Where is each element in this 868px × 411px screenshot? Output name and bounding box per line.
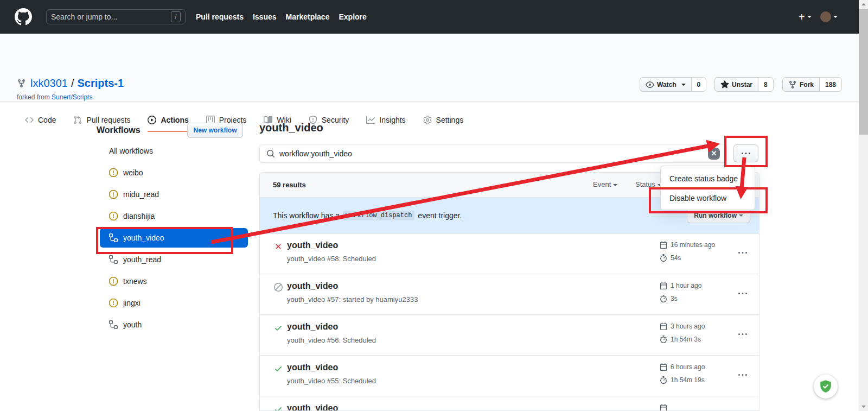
clear-search-icon[interactable]: ✕	[708, 148, 720, 160]
chevron-down-icon	[807, 16, 812, 18]
calendar-icon	[660, 241, 667, 249]
gear-icon	[423, 116, 432, 124]
run-row[interactable]: youth_video youth_video #56: Scheduled 3…	[260, 315, 759, 356]
security-extension-badge[interactable]	[814, 375, 838, 399]
create-new-menu-button[interactable]: +	[799, 11, 812, 23]
chevron-down-icon	[613, 184, 617, 186]
calendar-icon	[660, 323, 667, 330]
repo-forked-icon	[788, 80, 797, 89]
user-menu-button[interactable]	[820, 11, 838, 22]
run-subtitle: youth_video #55: Scheduled	[287, 377, 376, 385]
github-logo-icon[interactable]	[15, 8, 32, 26]
banner-text-suffix: event trigger.	[418, 211, 462, 220]
run-row[interactable]: youth_video	[260, 396, 759, 411]
circle-slash-icon	[274, 283, 283, 292]
global-search-input[interactable]: Search or jump to... /	[46, 9, 186, 24]
check-icon	[274, 405, 283, 411]
watch-count[interactable]: 0	[692, 77, 707, 92]
banner-code: workflow_dispatch	[343, 211, 414, 220]
fork-source-link[interactable]: Sunert/Scripts	[52, 93, 92, 101]
repo-name-link[interactable]: Scripts-1	[78, 77, 124, 90]
menu-item-create-status-badge[interactable]: Create status badge	[661, 169, 755, 188]
run-duration: 3s	[671, 295, 678, 302]
scroll-down-icon[interactable]	[861, 406, 866, 408]
warning-octagon-icon	[109, 168, 118, 177]
workflow-label: youth	[123, 320, 142, 329]
banner-text-prefix: This workflow has a	[273, 211, 340, 220]
avatar	[820, 11, 831, 22]
workflow-icon	[109, 320, 118, 329]
run-title-link[interactable]: youth_video	[287, 281, 338, 291]
unstar-button[interactable]: Unstar	[714, 77, 758, 92]
nav-link-pull-requests[interactable]: Pull requests	[196, 12, 244, 21]
run-subtitle: youth_video #58: Scheduled	[287, 255, 376, 263]
sidebar-item-jingxi[interactable]: jingxi	[97, 292, 248, 314]
stopwatch-icon	[660, 376, 667, 384]
fork-count[interactable]: 188	[820, 77, 842, 92]
new-workflow-button[interactable]: New workflow	[187, 123, 243, 138]
run-row[interactable]: youth_video youth_video #55: Scheduled 6…	[260, 356, 759, 396]
run-title-link[interactable]: youth_video	[287, 241, 338, 250]
scrollbar-thumb[interactable]	[859, 9, 868, 135]
event-filter-label: Event	[593, 180, 611, 188]
workflow-label: All workflows	[109, 147, 153, 155]
workflow-label: dianshijia	[123, 212, 155, 220]
sidebar-item-youth[interactable]: youth	[97, 314, 248, 336]
watch-button[interactable]: Watch	[640, 77, 692, 92]
kebab-horizontal-icon[interactable]	[738, 249, 747, 257]
workflow-label: jingxi	[123, 299, 141, 307]
scroll-up-icon[interactable]	[861, 3, 866, 5]
kebab-horizontal-icon[interactable]	[738, 330, 747, 339]
repo-title: lxk0301 / Scripts-1	[17, 77, 124, 90]
nav-link-explore[interactable]: Explore	[339, 12, 366, 21]
tab-code[interactable]: Code	[25, 116, 56, 132]
run-duration: 1h 54m 19s	[671, 376, 705, 384]
kebab-horizontal-icon[interactable]	[738, 289, 747, 298]
vertical-scrollbar[interactable]	[859, 0, 868, 411]
stopwatch-icon	[660, 254, 667, 262]
sidebar-item-weibo[interactable]: weibo	[97, 162, 248, 184]
calendar-icon	[660, 404, 667, 411]
fork-button-group: Fork 188	[782, 77, 842, 92]
run-row[interactable]: youth_video youth_video #57: started by …	[260, 274, 759, 315]
sidebar-item-midu-read[interactable]: midu_read	[97, 184, 248, 205]
run-duration: 54s	[671, 254, 681, 262]
repo-owner-link[interactable]: lxk0301	[30, 77, 68, 90]
kebab-horizontal-icon[interactable]	[738, 371, 747, 380]
fork-button[interactable]: Fork	[782, 77, 820, 92]
tab-insights[interactable]: Insights	[366, 116, 405, 132]
star-count[interactable]: 8	[758, 77, 774, 92]
run-row[interactable]: youth_video youth_video #58: Scheduled 1…	[260, 233, 759, 274]
nav-link-marketplace[interactable]: Marketplace	[286, 12, 330, 21]
runs-search-input[interactable]	[279, 149, 708, 158]
tab-settings[interactable]: Settings	[423, 116, 464, 132]
sidebar-item-all-workflows[interactable]: All workflows	[97, 140, 248, 162]
chevron-down-icon	[833, 16, 838, 18]
tab-label: Insights	[379, 116, 405, 124]
run-title-link[interactable]: youth_video	[287, 363, 338, 372]
event-filter-dropdown[interactable]: Event	[593, 180, 617, 188]
run-subtitle: youth_video #56: Scheduled	[287, 336, 376, 344]
results-count: 59 results	[273, 181, 306, 189]
slash-key-hint: /	[171, 11, 181, 22]
run-duration: 1h 54m 3s	[671, 336, 701, 343]
run-time: 6 hours ago	[671, 363, 705, 371]
workflow-icon	[109, 255, 118, 264]
run-title-link[interactable]: youth_video	[287, 322, 338, 332]
runs-search-box: ✕	[259, 144, 727, 163]
run-title-link[interactable]: youth_video	[287, 403, 338, 411]
nav-link-issues[interactable]: Issues	[253, 12, 277, 21]
workflows-heading: Workflows	[97, 125, 141, 135]
warning-octagon-icon	[109, 277, 118, 286]
repo-tabs: Code Pull requests Actions Projects Wiki…	[25, 116, 463, 132]
annotation-box-disable-workflow	[649, 187, 768, 213]
check-icon	[274, 324, 283, 332]
tab-actions[interactable]: Actions	[148, 116, 188, 132]
chevron-down-icon	[739, 214, 743, 217]
workflow-label: weibo	[123, 168, 143, 177]
top-navbar: Search or jump to... / Pull requests Iss…	[0, 0, 859, 34]
sidebar-item-dianshijia[interactable]: dianshijia	[97, 205, 248, 227]
star-button-group: Unstar 8	[714, 77, 774, 92]
sidebar-item-txnews[interactable]: txnews	[97, 270, 248, 292]
forked-from-line: forked from Sunert/Scripts	[17, 93, 92, 101]
